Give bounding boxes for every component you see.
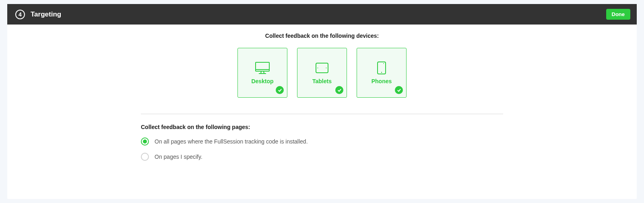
radio-icon: [141, 137, 149, 146]
radio-label: On all pages where the FullSession track…: [155, 138, 308, 145]
device-label: Desktop: [251, 78, 273, 84]
panel-header: 4 Targeting Done: [7, 4, 637, 25]
divider: [141, 114, 503, 114]
check-icon: [395, 86, 403, 94]
tablet-icon: [314, 61, 330, 75]
targeting-panel: 4 Targeting Done Collect feedback on the…: [7, 4, 637, 199]
svg-point-10: [383, 63, 384, 64]
radio-option-specified-pages[interactable]: On pages I specify.: [141, 153, 503, 161]
radio-icon: [141, 153, 149, 161]
device-row: Desktop Tablets: [237, 48, 407, 98]
device-label: Phones: [372, 78, 392, 84]
svg-line-3: [261, 71, 261, 74]
radio-option-all-pages[interactable]: On all pages where the FullSession track…: [141, 137, 503, 146]
done-button[interactable]: Done: [606, 9, 631, 20]
check-icon: [276, 86, 284, 94]
device-card-tablets[interactable]: Tablets: [297, 48, 347, 98]
svg-point-9: [381, 72, 382, 73]
check-icon: [335, 86, 343, 94]
desktop-icon: [255, 61, 270, 75]
pages-heading: Collect feedback on the following pages:: [141, 124, 503, 130]
device-card-phones[interactable]: Phones: [357, 48, 407, 98]
device-label: Tablets: [312, 78, 332, 84]
panel-title: Targeting: [31, 10, 61, 18]
svg-point-6: [318, 68, 318, 68]
device-card-desktop[interactable]: Desktop: [237, 48, 287, 98]
radio-label: On pages I specify.: [155, 154, 202, 160]
header-left: 4 Targeting: [15, 10, 61, 19]
phone-icon: [374, 61, 389, 75]
step-number-badge: 4: [15, 10, 25, 19]
svg-line-4: [264, 71, 264, 74]
devices-heading: Collect feedback on the following device…: [265, 33, 379, 39]
step-number: 4: [19, 11, 22, 18]
svg-point-7: [326, 68, 327, 68]
pages-section: Collect feedback on the following pages:…: [141, 124, 503, 168]
panel-body: Collect feedback on the following device…: [7, 25, 637, 199]
